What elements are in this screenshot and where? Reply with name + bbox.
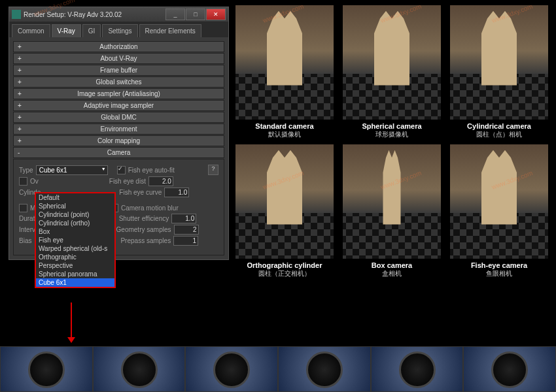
- rollout-image-sampler[interactable]: Image sampler (Antialiasing): [13, 88, 224, 99]
- option-cylindrical-point[interactable]: Cylindrical (point): [36, 210, 114, 219]
- caption-ortho-cylinder: Orthographic cylinder: [235, 261, 334, 269]
- thumb-ortho-cylinder: [235, 144, 334, 259]
- annotation-arrow-head: [67, 337, 75, 343]
- geom-samples-label: Geometry samples: [116, 226, 171, 233]
- mo-check[interactable]: [19, 204, 27, 212]
- pano-cell-5: [371, 346, 464, 392]
- caption-spherical-cn: 球形摄像机: [343, 130, 441, 139]
- tab-render-elements[interactable]: Render Elements: [139, 24, 201, 37]
- thumb-fisheye: [450, 144, 548, 259]
- fisheye-dist-label: Fish eye dist: [109, 178, 146, 185]
- close-button[interactable]: ✕: [206, 8, 226, 20]
- rollout-framebuffer[interactable]: Frame buffer: [13, 65, 224, 76]
- geom-samples-input[interactable]: 2: [174, 225, 199, 235]
- window-title: Render Setup: V-Ray Adv 3.20.02: [24, 11, 165, 18]
- rollout-global-dmc[interactable]: Global DMC: [13, 112, 224, 123]
- rollout-global-switches[interactable]: Global switches: [13, 76, 224, 88]
- override-label: Ov: [30, 178, 39, 185]
- example-fisheye: Fish-eye camera 鱼眼相机: [450, 144, 548, 278]
- example-cylindrical: Cylindrical camera 圆柱（点）相机: [450, 5, 548, 139]
- duration-label: Durati: [19, 215, 37, 222]
- thumb-cylindrical: [450, 5, 548, 120]
- rollout-authorization[interactable]: Authorization: [13, 41, 224, 52]
- example-ortho-cylinder: Orthographic cylinder 圆柱（正交相机）: [235, 144, 334, 278]
- example-box: Box camera 盒相机: [343, 144, 441, 278]
- minimize-button[interactable]: _: [165, 8, 185, 20]
- thumb-box: [343, 144, 441, 259]
- option-box[interactable]: Box: [36, 227, 114, 236]
- shutter-eff-label: Shutter efficiency: [119, 215, 169, 222]
- option-warped-spherical[interactable]: Warped spherical (old-s: [36, 244, 114, 253]
- caption-cylindrical-cn: 圆柱（点）相机: [450, 130, 548, 139]
- fisheye-curve-input[interactable]: 1.0: [164, 188, 189, 197]
- rollout-color-mapping[interactable]: Color mapping: [13, 135, 224, 146]
- help-button[interactable]: ?: [208, 165, 218, 175]
- option-cube6x1[interactable]: Cube 6x1: [36, 278, 114, 287]
- tab-common[interactable]: Common: [12, 24, 50, 37]
- bias-label: Bias: [19, 237, 31, 244]
- rollout-camera[interactable]: Camera: [13, 147, 224, 158]
- option-default[interactable]: Default: [36, 193, 114, 202]
- override-check[interactable]: [19, 177, 27, 186]
- tab-settings[interactable]: Settings: [102, 24, 137, 37]
- option-perspective[interactable]: Perspective: [36, 261, 114, 270]
- rollout-environment[interactable]: Environment: [13, 123, 224, 135]
- pano-cell-6: [463, 346, 556, 392]
- camera-type-dropdown[interactable]: Cube 6x1: [36, 165, 108, 175]
- caption-box-cn: 盒相机: [343, 269, 441, 278]
- type-label: Type: [19, 167, 33, 174]
- caption-spherical: Spherical camera: [343, 122, 441, 130]
- caption-standard-cn: 默认摄像机: [235, 130, 334, 139]
- fisheye-autofit-check[interactable]: [117, 166, 126, 174]
- option-cylindrical-ortho[interactable]: Cylindrical (ortho): [36, 219, 114, 227]
- tab-vray[interactable]: V-Ray: [52, 24, 81, 37]
- fisheye-autofit-label: Fish eye auto-fit: [128, 167, 175, 174]
- option-fisheye[interactable]: Fish eye: [36, 236, 114, 244]
- fisheye-curve-label: Fish eye curve: [119, 189, 162, 196]
- tab-bar: Common V-Ray GI Settings Render Elements: [9, 22, 228, 37]
- example-standard: Standard camera 默认摄像机: [235, 5, 334, 139]
- caption-ortho-cylinder-cn: 圆柱（正交相机）: [235, 269, 334, 278]
- prepass-label: Prepass samples: [120, 237, 171, 244]
- app-icon: [12, 10, 21, 19]
- pano-cell-2: [93, 346, 186, 392]
- caption-standard: Standard camera: [235, 122, 334, 130]
- example-spherical: Spherical camera 球形摄像机: [343, 5, 441, 139]
- option-spherical-panorama[interactable]: Spherical panorama: [36, 270, 114, 278]
- motion-blur-label: Camera motion blur: [121, 204, 179, 212]
- tab-gi[interactable]: GI: [82, 24, 101, 37]
- titlebar[interactable]: Render Setup: V-Ray Adv 3.20.02 _ □ ✕: [9, 7, 228, 22]
- caption-fisheye: Fish-eye camera: [450, 261, 548, 269]
- caption-cylindrical: Cylindrical camera: [450, 122, 548, 130]
- annotation-arrow-line: [71, 302, 72, 339]
- pano-cell-3: [185, 346, 278, 392]
- rollout-about[interactable]: About V-Ray: [13, 53, 224, 64]
- camera-type-dropdown-list: Default Spherical Cylindrical (point) Cy…: [35, 192, 116, 288]
- option-orthographic[interactable]: Orthographic: [36, 253, 114, 261]
- pano-cell-1: [0, 346, 93, 392]
- thumb-standard: [235, 5, 334, 120]
- option-spherical[interactable]: Spherical: [36, 202, 114, 210]
- bottom-panorama-strip: [0, 346, 556, 392]
- prepass-input[interactable]: 1: [173, 236, 198, 246]
- caption-box: Box camera: [343, 261, 441, 269]
- thumb-spherical: [343, 5, 441, 120]
- rollout-adaptive-sampler[interactable]: Adaptive image sampler: [13, 100, 224, 111]
- pano-cell-4: [278, 346, 371, 392]
- camera-examples-gallery: Standard camera 默认摄像机 Spherical camera 球…: [235, 5, 551, 284]
- caption-fisheye-cn: 鱼眼相机: [450, 269, 548, 278]
- fisheye-dist-input[interactable]: 2.0: [148, 176, 173, 186]
- maximize-button[interactable]: □: [186, 8, 205, 20]
- shutter-eff-input[interactable]: 1.0: [171, 214, 196, 223]
